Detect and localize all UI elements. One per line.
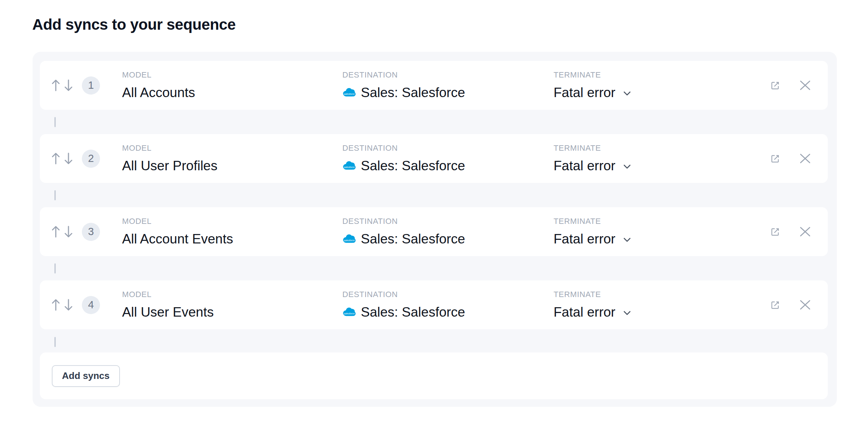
terminate-value: Fatal error [554,231,615,247]
sequence-number-badge: 4 [82,296,100,314]
salesforce-icon: salesforce [342,160,356,171]
destination-column-label: DESTINATION [342,217,554,226]
svg-text:salesforce: salesforce [344,166,355,168]
destination-column: DESTINATION salesforce Sales: Salesforce [342,70,554,101]
sync-row: 2 MODEL All User Profiles DESTINATION sa… [40,134,828,183]
open-sync-button[interactable] [771,154,780,163]
sequence-number-badge: 1 [82,76,100,95]
terminate-column: TERMINATE Fatal error [554,143,771,174]
external-link-icon [771,300,780,310]
terminate-column: TERMINATE Fatal error [554,217,771,247]
destination-name: Sales: Salesforce [361,158,465,174]
destination-column-label: DESTINATION [342,290,554,299]
chevron-down-icon [623,164,631,169]
external-link-icon [771,227,780,237]
move-up-button[interactable] [52,225,60,238]
remove-sync-button[interactable] [800,154,811,163]
row-actions [771,227,811,237]
sequence-number-badge: 3 [82,223,100,241]
terminate-value: Fatal error [554,84,615,101]
model-column-label: MODEL [122,143,342,153]
reorder-controls: 1 [52,76,122,95]
terminate-select[interactable]: Fatal error [554,84,771,101]
salesforce-icon: salesforce [342,234,356,244]
terminate-value: Fatal error [554,158,615,174]
arrow-up-icon [52,79,60,92]
add-syncs-card: Add syncs [40,352,828,399]
arrow-down-icon [64,225,72,238]
destination-column-label: DESTINATION [342,143,554,153]
model-name: All Account Events [122,231,342,247]
sync-row: 1 MODEL All Accounts DESTINATION salesfo… [40,61,828,110]
row-actions [771,80,811,90]
sequence-connector [54,337,56,347]
terminate-column: TERMINATE Fatal error [554,70,771,101]
sequence-connector [54,263,56,274]
arrow-up-icon [52,299,60,311]
sequence-number-badge: 2 [82,150,100,168]
external-link-icon [771,81,780,90]
terminate-select[interactable]: Fatal error [554,304,771,320]
chevron-down-icon [623,238,631,242]
terminate-select[interactable]: Fatal error [554,231,771,247]
destination-name: Sales: Salesforce [361,304,465,320]
svg-text:salesforce: salesforce [344,312,355,315]
destination-column: DESTINATION salesforce Sales: Salesforce [342,290,554,320]
reorder-controls: 2 [52,150,122,168]
sync-row: 4 MODEL All User Events DESTINATION sale… [40,280,828,329]
arrow-up-icon [52,225,60,238]
model-column: MODEL All User Profiles [122,143,342,174]
chevron-down-icon [623,91,631,96]
remove-sync-button[interactable] [800,300,811,310]
model-column-label: MODEL [122,70,342,80]
terminate-value: Fatal error [554,304,615,320]
remove-sync-button[interactable] [800,80,811,90]
terminate-column: TERMINATE Fatal error [554,290,771,320]
reorder-controls: 4 [52,296,122,314]
move-down-button[interactable] [64,299,72,311]
terminate-column-label: TERMINATE [554,143,771,153]
terminate-column-label: TERMINATE [554,217,771,226]
model-name: All User Profiles [122,158,342,174]
chevron-down-icon [623,311,631,315]
destination-name: Sales: Salesforce [361,84,465,101]
destination-column: DESTINATION salesforce Sales: Salesforce [342,217,554,247]
terminate-column-label: TERMINATE [554,290,771,299]
open-sync-button[interactable] [771,81,780,90]
arrow-up-icon [52,152,60,165]
arrow-down-icon [64,152,72,165]
model-name: All Accounts [122,84,342,101]
move-up-button[interactable] [52,299,60,311]
remove-sync-button[interactable] [800,227,811,237]
svg-text:salesforce: salesforce [344,239,355,242]
external-link-icon [771,154,780,163]
row-actions [771,154,811,163]
syncs-panel: 1 MODEL All Accounts DESTINATION salesfo… [33,52,837,407]
model-column: MODEL All Account Events [122,217,342,247]
close-icon [800,300,811,310]
terminate-column-label: TERMINATE [554,70,771,80]
open-sync-button[interactable] [771,300,780,310]
destination-column: DESTINATION salesforce Sales: Salesforce [342,143,554,174]
row-actions [771,300,811,310]
move-down-button[interactable] [64,152,72,165]
model-column-label: MODEL [122,290,342,299]
move-up-button[interactable] [52,79,60,92]
terminate-select[interactable]: Fatal error [554,158,771,174]
move-up-button[interactable] [52,152,60,165]
model-column: MODEL All Accounts [122,70,342,101]
open-sync-button[interactable] [771,227,780,237]
page-title: Add syncs to your sequence [32,16,235,33]
close-icon [800,80,811,90]
move-down-button[interactable] [64,225,72,238]
salesforce-icon: salesforce [342,87,356,97]
add-syncs-button[interactable]: Add syncs [52,365,120,387]
model-column-label: MODEL [122,217,342,226]
svg-text:salesforce: salesforce [344,93,355,95]
sequence-connector [54,117,56,127]
move-down-button[interactable] [64,79,72,92]
sync-row: 3 MODEL All Account Events DESTINATION s… [40,207,828,256]
close-icon [800,227,811,237]
reorder-controls: 3 [52,223,122,241]
model-column: MODEL All User Events [122,290,342,320]
